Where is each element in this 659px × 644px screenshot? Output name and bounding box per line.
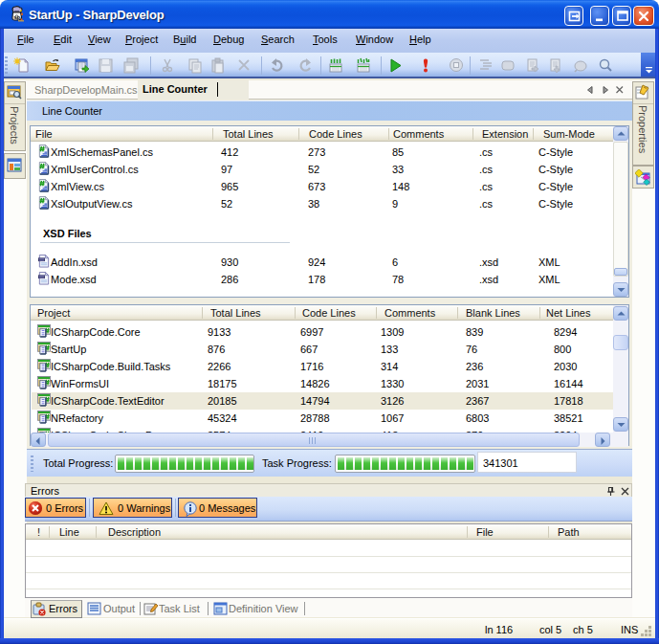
- svg-text:sp: sp: [13, 14, 20, 20]
